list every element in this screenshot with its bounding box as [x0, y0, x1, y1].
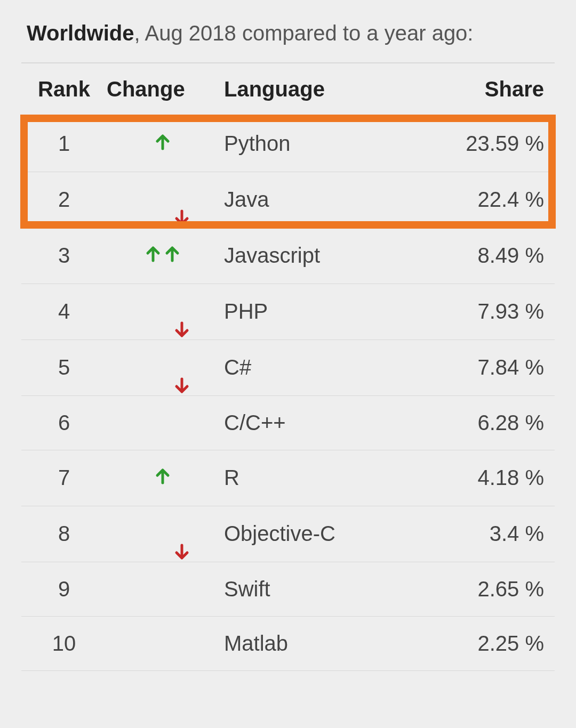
col-header-change: Change — [107, 63, 219, 116]
cell-language: Objective-C — [219, 506, 437, 562]
col-header-share: Share — [437, 63, 555, 116]
arrow-up-icon — [143, 245, 163, 269]
cell-language: Python — [219, 116, 437, 172]
table-row: 4 PHP 7.93 % — [21, 284, 555, 339]
arrow-up-icon — [153, 467, 172, 491]
cell-rank: 4 — [21, 284, 107, 339]
cell-rank: 1 — [21, 116, 107, 172]
cell-share: 23.59 % — [437, 116, 555, 172]
cell-share: 6.28 % — [437, 395, 555, 450]
cell-language: Swift — [219, 562, 437, 616]
col-header-language: Language — [219, 63, 437, 116]
arrow-down-icon — [153, 357, 172, 381]
cell-change — [107, 616, 219, 670]
cell-change — [107, 228, 219, 284]
ranking-table: Rank Change Language Share 1 Python 23.5… — [21, 62, 555, 671]
cell-share: 8.49 % — [437, 228, 555, 284]
cell-rank: 2 — [21, 172, 107, 228]
cell-language: Javascript — [219, 228, 437, 284]
title-rest: , Aug 2018 compared to a year ago: — [134, 21, 473, 45]
cell-share: 2.65 % — [437, 562, 555, 616]
table-row: 8 Objective-C 3.4 % — [21, 506, 555, 562]
cell-change — [107, 506, 219, 562]
cell-rank: 8 — [21, 506, 107, 562]
cell-change — [107, 450, 219, 506]
table-row: 1 Python 23.59 % — [21, 116, 555, 172]
arrow-down-icon — [153, 301, 172, 325]
table-row: 5 C# 7.84 % — [21, 339, 555, 395]
cell-rank: 6 — [21, 395, 107, 450]
title-strong: Worldwide — [27, 21, 134, 45]
header-row: Rank Change Language Share — [21, 63, 555, 116]
table-row: 7 R 4.18 % — [21, 450, 555, 506]
cell-rank: 5 — [21, 339, 107, 395]
cell-change — [107, 116, 219, 172]
table-row: 3 Javascript 8.49 % — [21, 228, 555, 284]
arrow-up-icon — [153, 133, 172, 157]
table-wrap: Rank Change Language Share 1 Python 23.5… — [21, 62, 555, 671]
table-row: 6 C/C++ 6.28 % — [21, 395, 555, 450]
cell-share: 7.84 % — [437, 339, 555, 395]
cell-share: 4.18 % — [437, 450, 555, 506]
table-row: 10 Matlab 2.25 % — [21, 616, 555, 670]
cell-language: R — [219, 450, 437, 506]
cell-language: Java — [219, 172, 437, 228]
cell-change — [107, 339, 219, 395]
arrow-down-icon — [153, 523, 172, 547]
table-row: 2 Java 22.4 % — [21, 172, 555, 228]
cell-rank: 7 — [21, 450, 107, 506]
cell-language: Matlab — [219, 616, 437, 670]
cell-language: C/C++ — [219, 395, 437, 450]
cell-rank: 10 — [21, 616, 107, 670]
page-title: Worldwide, Aug 2018 compared to a year a… — [21, 21, 555, 45]
cell-share: 3.4 % — [437, 506, 555, 562]
arrow-up-icon — [163, 245, 182, 269]
cell-share: 7.93 % — [437, 284, 555, 339]
cell-rank: 3 — [21, 228, 107, 284]
cell-change — [107, 395, 219, 450]
cell-change — [107, 562, 219, 616]
cell-share: 2.25 % — [437, 616, 555, 670]
cell-change — [107, 172, 219, 228]
cell-language: C# — [219, 339, 437, 395]
table-row: 9 Swift 2.65 % — [21, 562, 555, 616]
arrow-down-icon — [153, 189, 172, 213]
cell-language: PHP — [219, 284, 437, 339]
cell-change — [107, 284, 219, 339]
cell-rank: 9 — [21, 562, 107, 616]
cell-share: 22.4 % — [437, 172, 555, 228]
col-header-rank: Rank — [21, 63, 107, 116]
